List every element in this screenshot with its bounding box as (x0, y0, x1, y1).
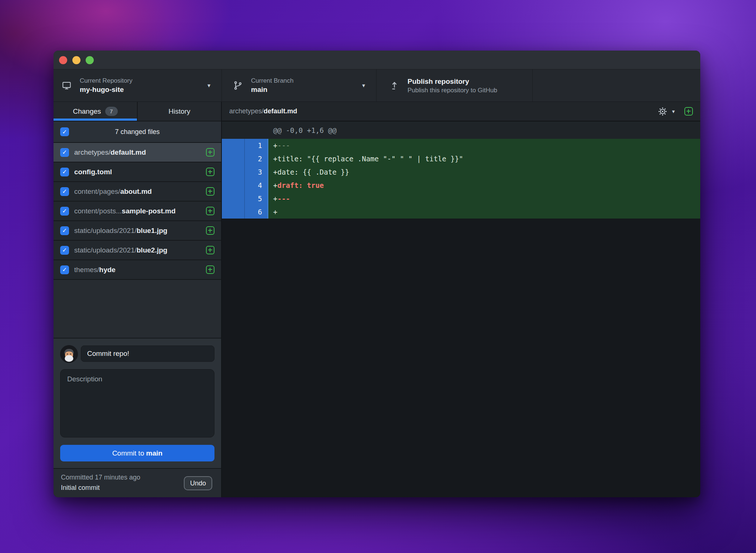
changed-file-row[interactable]: ✓ archetypes/default.md (54, 143, 221, 162)
committed-time-text: Committed 17 minutes ago (61, 474, 140, 481)
file-include-checkbox[interactable]: ✓ (60, 168, 69, 176)
fullscreen-window-button[interactable] (86, 56, 94, 64)
diff-line-gutter[interactable]: 6 (222, 205, 268, 219)
diff-lines: 1 +--- 2 +title: "{{ replace .Name "-" "… (222, 139, 700, 219)
diff-line-gutter[interactable]: 1 (222, 139, 268, 152)
last-commit-message: Initial commit (61, 484, 100, 492)
user-avatar (60, 345, 78, 363)
diff-area: archetypes/default.md ▾ (222, 102, 700, 497)
diff-file-name: default.md (264, 107, 297, 115)
diff-line-gutter[interactable]: 3 (222, 165, 268, 179)
content-area: Changes 7 History ✓ 7 changed files ✓ ar… (54, 102, 700, 497)
sidebar: Changes 7 History ✓ 7 changed files ✓ ar… (54, 102, 222, 497)
changed-files-header: ✓ 7 changed files (54, 121, 221, 143)
changed-file-row[interactable]: ✓ content/posts...sample-post.md (54, 202, 221, 221)
changes-count-badge: 7 (105, 107, 118, 116)
tab-changes[interactable]: Changes 7 (54, 102, 137, 121)
diff-added-line[interactable]: 6 + (222, 205, 700, 219)
close-window-button[interactable] (59, 56, 67, 64)
commit-summary-input[interactable] (81, 346, 214, 362)
file-include-checkbox[interactable]: ✓ (60, 265, 69, 274)
upload-icon (389, 80, 399, 90)
diff-added-line[interactable]: 4 +draft: true (222, 179, 700, 192)
changed-file-row[interactable]: ✓ static/uploads/2021/blue1.jpg (54, 221, 221, 241)
file-path: themes/ (74, 266, 99, 274)
tab-history[interactable]: History (137, 102, 221, 121)
diff-hunk-header: @@ -0,0 +1,6 @@ (222, 121, 700, 139)
changed-file-row[interactable]: ✓ themes/hyde (54, 260, 221, 280)
diff-line-gutter[interactable]: 2 (222, 152, 268, 165)
diff-header-actions: ▾ (658, 107, 693, 116)
file-path: static/uploads/2021/ (74, 246, 137, 254)
file-name: default.md (110, 148, 146, 156)
diff-line-code: +draft: true (268, 179, 700, 192)
add-plus-icon[interactable] (206, 207, 214, 215)
new-line-number: 6 (245, 205, 267, 219)
diff-line-code: +--- (268, 139, 700, 152)
file-name: about.md (120, 188, 152, 195)
file-name: sample-post.md (122, 207, 176, 215)
new-line-number: 3 (245, 165, 267, 179)
diff-line-code: +date: {{ .Date }} (268, 165, 700, 179)
add-plus-icon[interactable] (206, 187, 214, 196)
diff-added-line[interactable]: 5 +--- (222, 192, 700, 205)
select-all-checkbox[interactable]: ✓ (60, 127, 69, 136)
file-name: config.toml (74, 168, 112, 176)
chevron-down-icon[interactable]: ▾ (672, 108, 675, 115)
file-path: content/posts... (74, 207, 122, 215)
changed-file-row[interactable]: ✓ config.toml (54, 162, 221, 182)
gear-icon[interactable] (658, 107, 667, 116)
publish-subtitle: Publish this repository to GitHub (408, 86, 497, 94)
commit-button-prefix: Commit to (112, 449, 146, 457)
diff-line-gutter[interactable]: 4 (222, 179, 268, 192)
github-desktop-window: Current Repository my-hugo-site ▾ Curren… (54, 51, 700, 497)
old-line-number (222, 139, 245, 152)
changed-file-row[interactable]: ✓ content/pages/about.md (54, 182, 221, 202)
commit-description-textarea[interactable] (60, 369, 214, 437)
current-repository-selector[interactable]: Current Repository my-hugo-site ▾ (54, 69, 222, 102)
sidebar-empty-area (54, 280, 221, 338)
add-plus-icon[interactable] (206, 148, 214, 157)
old-line-number (222, 192, 245, 205)
diff-line-code: +title: "{{ replace .Name "-" " " | titl… (268, 152, 700, 165)
add-plus-icon[interactable] (206, 226, 214, 235)
diff-added-line[interactable]: 1 +--- (222, 139, 700, 152)
new-line-number: 1 (245, 139, 267, 152)
avatar-image (60, 345, 78, 363)
minimize-window-button[interactable] (72, 56, 80, 64)
file-label: themes/hyde (74, 266, 202, 274)
toolbar-spacer (533, 69, 700, 102)
file-label: content/pages/about.md (74, 188, 202, 196)
commit-to-branch-button[interactable]: Commit to main (60, 445, 214, 461)
branch-text: Current Branch main (251, 77, 293, 94)
current-branch-value: main (251, 85, 293, 94)
undo-commit-button[interactable]: Undo (184, 476, 212, 490)
app-toolbar: Current Repository my-hugo-site ▾ Curren… (54, 69, 700, 102)
diff-file-path: archetypes/ (229, 107, 264, 115)
diff-empty-space (222, 219, 700, 497)
changed-file-row[interactable]: ✓ static/uploads/2021/blue2.jpg (54, 241, 221, 260)
file-label: archetypes/default.md (74, 148, 202, 157)
file-include-checkbox[interactable]: ✓ (60, 148, 69, 157)
add-plus-icon[interactable] (684, 107, 693, 116)
add-plus-icon[interactable] (206, 168, 214, 176)
file-include-checkbox[interactable]: ✓ (60, 246, 69, 255)
file-include-checkbox[interactable]: ✓ (60, 207, 69, 216)
diff-added-line[interactable]: 3 +date: {{ .Date }} (222, 165, 700, 179)
add-plus-icon[interactable] (206, 246, 214, 254)
publish-repository-button[interactable]: Publish repository Publish this reposito… (377, 69, 533, 102)
file-name: blue2.jpg (137, 246, 167, 254)
add-plus-icon[interactable] (206, 265, 214, 274)
diff-line-gutter[interactable]: 5 (222, 192, 268, 205)
file-include-checkbox[interactable]: ✓ (60, 187, 69, 196)
file-path: static/uploads/2021/ (74, 227, 137, 234)
window-titlebar (54, 51, 700, 69)
current-branch-selector[interactable]: Current Branch main ▾ (222, 69, 377, 102)
file-label: content/posts...sample-post.md (74, 207, 202, 215)
current-repository-label: Current Repository (80, 77, 133, 85)
diff-added-line[interactable]: 2 +title: "{{ replace .Name "-" " " | ti… (222, 152, 700, 165)
commit-panel: Commit to main (54, 338, 221, 468)
tab-changes-label: Changes (73, 107, 101, 116)
file-include-checkbox[interactable]: ✓ (60, 226, 69, 235)
file-label: config.toml (74, 168, 202, 176)
